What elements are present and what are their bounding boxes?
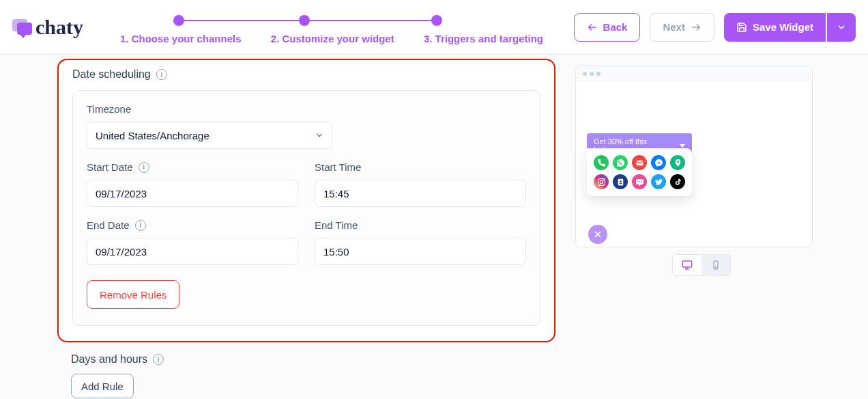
save-icon: [736, 22, 747, 33]
instagram-channel-icon[interactable]: [594, 174, 609, 189]
next-button-label: Next: [663, 21, 685, 33]
info-icon[interactable]: i: [139, 162, 149, 173]
tiktok-channel-icon[interactable]: [670, 174, 685, 189]
window-dot-icon: [590, 72, 594, 76]
phone-channel-icon[interactable]: [594, 155, 609, 170]
twitter-channel-icon[interactable]: [651, 174, 666, 189]
info-icon[interactable]: i: [153, 354, 164, 365]
contact-channel-icon[interactable]: [613, 174, 628, 189]
svg-rect-13: [682, 261, 692, 267]
start-time-input[interactable]: [315, 180, 526, 207]
next-button[interactable]: Next: [650, 13, 714, 42]
step-dot-2[interactable]: [299, 15, 310, 26]
mobile-preview-button[interactable]: [701, 255, 730, 275]
chevron-down-icon: [680, 144, 685, 148]
svg-point-10: [640, 181, 641, 182]
timezone-select[interactable]: [87, 122, 332, 149]
save-widget-button[interactable]: Save Widget: [724, 13, 826, 42]
info-icon[interactable]: i: [135, 220, 146, 231]
date-scheduling-section: Date scheduling i Timezone Start Date i: [57, 59, 555, 342]
desktop-icon: [681, 259, 693, 271]
save-widget-label: Save Widget: [753, 21, 813, 33]
svg-point-17: [715, 267, 716, 268]
days-hours-title: Days and hours: [71, 353, 147, 366]
whatsapp-channel-icon[interactable]: [613, 155, 628, 170]
chat-bubble-icon: [12, 19, 31, 36]
window-dot-icon: [583, 72, 587, 76]
svg-point-9: [639, 181, 639, 182]
desktop-preview-button[interactable]: [673, 255, 701, 275]
remove-rules-button[interactable]: Remove Rules: [87, 280, 179, 309]
mobile-icon: [711, 259, 721, 271]
settings-column: Date scheduling i Timezone Start Date i: [0, 55, 570, 399]
end-time-label: End Time: [315, 219, 358, 231]
top-bar: chaty 1. Choose your channels 2. Customi…: [0, 0, 868, 55]
svg-point-8: [637, 181, 638, 182]
save-widget-group: Save Widget: [724, 13, 856, 42]
info-icon[interactable]: i: [156, 69, 167, 80]
step-dot-1[interactable]: [173, 15, 184, 26]
end-time-input[interactable]: [315, 238, 526, 265]
timezone-select-input[interactable]: [87, 122, 332, 149]
location-channel-icon[interactable]: [670, 155, 685, 170]
add-rule-button[interactable]: Add Rule: [71, 374, 134, 398]
remove-rules-label: Remove Rules: [100, 289, 167, 301]
step-label-3[interactable]: 3. Triggers and targeting: [424, 33, 543, 44]
step-connector: [184, 20, 299, 21]
save-widget-dropdown-button[interactable]: [827, 13, 856, 42]
step-connector: [310, 20, 431, 21]
sms-channel-icon[interactable]: [632, 174, 647, 189]
date-scheduling-card: Timezone Start Date i: [72, 90, 540, 326]
messenger-channel-icon[interactable]: [651, 155, 666, 170]
main-content: Date scheduling i Timezone Start Date i: [0, 55, 868, 399]
device-toggle: [672, 254, 731, 276]
preview-column: Get 30% off this halloween: [570, 55, 868, 399]
start-date-input[interactable]: [87, 180, 298, 207]
close-widget-button[interactable]: [588, 225, 607, 244]
svg-point-7: [620, 180, 621, 182]
email-channel-icon[interactable]: [632, 155, 647, 170]
svg-point-5: [603, 179, 603, 180]
widget-preview: Get 30% off this halloween: [575, 66, 813, 247]
back-button-label: Back: [603, 21, 628, 33]
start-time-label: Start Time: [315, 161, 361, 173]
add-rule-label: Add Rule: [81, 381, 124, 392]
days-hours-section: Days and hours i Add Rule: [71, 353, 570, 398]
close-icon: [593, 230, 603, 239]
svg-point-4: [600, 180, 603, 183]
timezone-label: Timezone: [87, 103, 526, 115]
step-dot-3[interactable]: [431, 15, 442, 26]
arrow-left-icon: [587, 22, 598, 33]
back-button[interactable]: Back: [574, 13, 641, 42]
start-date-label: Start Date: [87, 161, 133, 173]
arrow-right-icon: [691, 22, 701, 33]
end-date-label: End Date: [87, 219, 130, 231]
brand-logo: chaty: [12, 17, 83, 38]
chevron-down-icon: [837, 23, 846, 32]
window-dot-icon: [596, 72, 601, 76]
brand-name: chaty: [35, 17, 83, 38]
wizard-steps: 1. Choose your channels 2. Customize you…: [120, 10, 564, 44]
channel-panel: [587, 148, 692, 196]
date-scheduling-title: Date scheduling: [72, 68, 151, 81]
step-label-2[interactable]: 2. Customize your widget: [271, 33, 394, 44]
preview-window-chrome: [576, 66, 812, 81]
end-date-input[interactable]: [87, 238, 298, 265]
step-label-1[interactable]: 1. Choose your channels: [120, 33, 242, 44]
